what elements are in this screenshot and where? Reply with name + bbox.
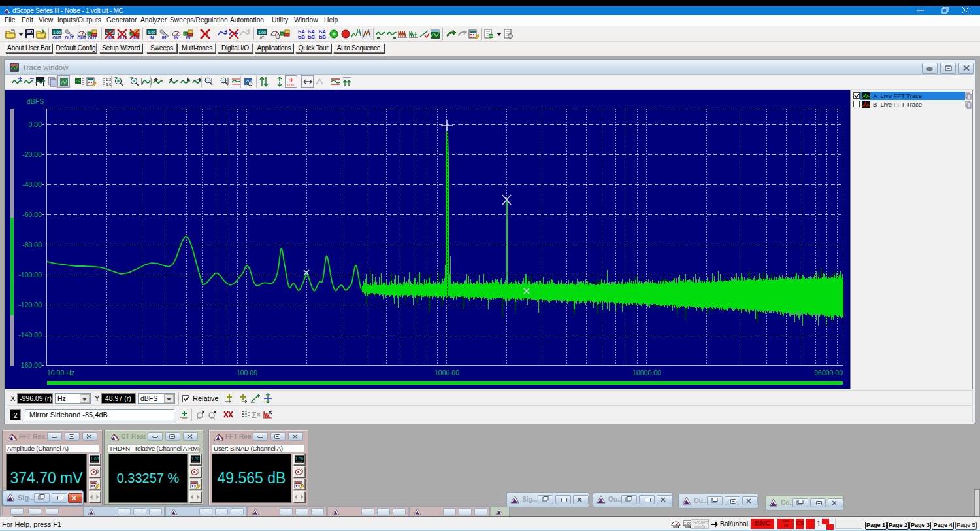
svg-text:OUT: OUT <box>65 35 74 40</box>
svg-text:1.00: 1.00 <box>148 31 155 35</box>
svg-text:IN: IN <box>162 35 167 40</box>
svg-text:ʦA: ʦA <box>298 29 305 34</box>
svg-text:1.00: 1.00 <box>91 456 99 461</box>
svg-text:IN: IN <box>174 35 179 40</box>
svg-text:ʦA: ʦA <box>319 29 326 34</box>
svg-text:100.00: 100.00 <box>237 369 257 377</box>
svg-text:10000.00: 10000.00 <box>632 369 661 377</box>
svg-text:OUT: OUT <box>88 35 97 40</box>
svg-text:-120.00: -120.00 <box>18 301 42 309</box>
svg-text:-80.00: -80.00 <box>22 241 42 248</box>
svg-text:ʦB: ʦB <box>308 35 315 39</box>
svg-text:1.00: 1.00 <box>295 456 304 461</box>
svg-text:²⁄₀: ²⁄₀ <box>357 30 361 34</box>
svg-text:1.00: 1.00 <box>258 31 266 35</box>
svg-text:96000.00: 96000.00 <box>814 369 843 377</box>
svg-text:IN: IN <box>150 35 154 40</box>
svg-text:OUT: OUT <box>52 35 61 40</box>
svg-text:-40.00: -40.00 <box>22 180 42 188</box>
svg-text:(C: (C <box>260 35 265 40</box>
svg-text:ʦB: ʦB <box>319 35 326 39</box>
svg-text:1.00: 1.00 <box>191 456 200 461</box>
svg-text:ʦA: ʦA <box>308 29 315 34</box>
svg-text:-60.00: -60.00 <box>22 211 42 218</box>
svg-text:Σ: Σ <box>252 410 257 420</box>
svg-text:-140.00: -140.00 <box>18 331 42 339</box>
svg-text:1.00: 1.00 <box>53 31 61 35</box>
svg-text:IN: IN <box>186 35 191 40</box>
svg-text:dBFS: dBFS <box>27 97 44 105</box>
svg-text:-100.00: -100.00 <box>18 271 42 279</box>
svg-text:-20.00: -20.00 <box>22 150 42 158</box>
svg-text:ʦB: ʦB <box>298 35 305 39</box>
svg-text:0.00: 0.00 <box>29 120 42 128</box>
svg-text:OUT: OUT <box>77 35 86 40</box>
svg-text:-160.00: -160.00 <box>18 361 42 369</box>
svg-text:10.00 Hz: 10.00 Hz <box>47 369 74 377</box>
